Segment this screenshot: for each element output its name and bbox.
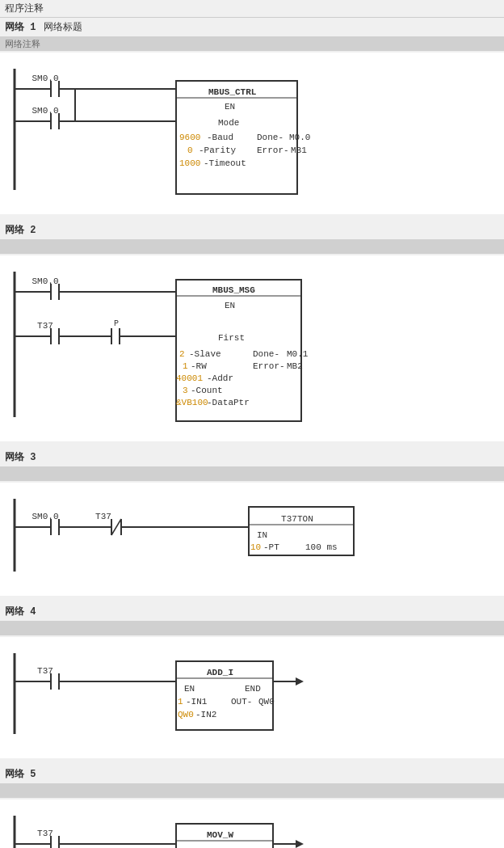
svg-text:MBUS_MSG: MBUS_MSG bbox=[212, 285, 255, 295]
svg-text:-Baud: -Baud bbox=[207, 133, 233, 142]
svg-text:-IN1: -IN1 bbox=[186, 697, 208, 707]
svg-text:1: 1 bbox=[183, 361, 188, 371]
svg-text:SM0.0: SM0.0 bbox=[32, 276, 58, 286]
svg-text:-DataPtr: -DataPtr bbox=[207, 398, 250, 407]
network-2-ladder: SM0.0 T37 P MBUS_MSG bbox=[0, 255, 504, 441]
network-5: 网络 5 T37 MOV_W EN END QW0 -IN OU bbox=[0, 765, 504, 848]
network-2-label: 网络 2 bbox=[5, 223, 36, 237]
svg-text:1000: 1000 bbox=[179, 158, 200, 168]
svg-text:Mode: Mode bbox=[218, 118, 239, 128]
svg-text:-Addr: -Addr bbox=[207, 373, 233, 383]
svg-text:First: First bbox=[218, 333, 245, 343]
network-2-svg: SM0.0 T37 P MBUS_MSG bbox=[6, 264, 498, 425]
separator-3-4 bbox=[0, 596, 504, 602]
network-1: 网络 1 网络标题 网络注释 SM0.0 SM0.0 bbox=[0, 18, 504, 214]
network-1-title: 网络标题 bbox=[44, 20, 82, 34]
network-3-header: 网络 3 bbox=[0, 448, 504, 466]
svg-text:40001: 40001 bbox=[176, 373, 203, 383]
svg-text:MB2: MB2 bbox=[287, 361, 303, 371]
svg-text:END: END bbox=[245, 684, 261, 694]
network-4-svg: T37 ADD_I EN END 1 -IN1 OUT- QW0 QW0 -IN… bbox=[6, 645, 498, 742]
network-1-ladder: SM0.0 SM0.0 MBUS_CTRL EN bbox=[0, 53, 504, 214]
network-5-svg: T37 MOV_W EN END QW0 -IN OUT- VW100 bbox=[6, 808, 498, 848]
svg-text:SM0.0: SM0.0 bbox=[32, 512, 58, 521]
network-4-comment bbox=[0, 621, 504, 635]
network-3: 网络 3 SM0.0 T37 T37 bbox=[0, 448, 504, 596]
svg-text:-Slave: -Slave bbox=[189, 349, 221, 359]
network-2-comment bbox=[0, 239, 504, 254]
network-3-comment bbox=[0, 466, 504, 481]
svg-text:Error-: Error- bbox=[253, 361, 285, 371]
network-4-label: 网络 4 bbox=[5, 605, 36, 618]
svg-text:-PT: -PT bbox=[263, 542, 279, 552]
svg-text:-Count: -Count bbox=[191, 386, 223, 395]
network-5-label: 网络 5 bbox=[5, 767, 36, 781]
program-comment: 程序注释 bbox=[0, 0, 504, 18]
svg-text:EN: EN bbox=[225, 301, 235, 310]
svg-text:2: 2 bbox=[179, 349, 185, 359]
svg-text:Done-: Done- bbox=[253, 349, 279, 359]
svg-text:-RW: -RW bbox=[191, 361, 207, 371]
network-2: 网络 2 SM0.0 T37 P bbox=[0, 221, 504, 441]
svg-marker-105 bbox=[296, 677, 304, 686]
network-4-header: 网络 4 bbox=[0, 602, 504, 621]
network-2-header: 网络 2 bbox=[0, 221, 504, 239]
network-3-ladder: SM0.0 T37 T37 TON IN 10 -P bbox=[0, 483, 504, 596]
network-5-comment bbox=[0, 783, 504, 798]
svg-marker-123 bbox=[296, 840, 304, 848]
svg-text:100 ms: 100 ms bbox=[305, 542, 338, 552]
svg-text:Error-: Error- bbox=[257, 146, 289, 155]
network-1-svg: SM0.0 SM0.0 MBUS_CTRL EN bbox=[6, 61, 498, 198]
svg-text:IN: IN bbox=[257, 530, 267, 540]
separator-1-2 bbox=[0, 214, 504, 221]
svg-text:10: 10 bbox=[250, 542, 261, 552]
svg-text:QW0: QW0 bbox=[178, 710, 194, 719]
network-5-header: 网络 5 bbox=[0, 765, 504, 783]
svg-text:3: 3 bbox=[183, 386, 188, 395]
network-1-header: 网络 1 网络标题 bbox=[0, 18, 504, 36]
svg-text:-Timeout: -Timeout bbox=[204, 158, 246, 168]
svg-text:SM0.0: SM0.0 bbox=[32, 106, 58, 116]
svg-text:MBUS_CTRL: MBUS_CTRL bbox=[208, 87, 257, 97]
network-3-svg: SM0.0 T37 T37 TON IN 10 -P bbox=[6, 491, 498, 580]
svg-text:T37: T37 bbox=[95, 512, 111, 521]
network-1-label: 网络 1 bbox=[5, 20, 36, 34]
svg-text:-Parity: -Parity bbox=[199, 146, 237, 155]
svg-text:&VB100: &VB100 bbox=[176, 398, 208, 407]
svg-line-75 bbox=[111, 519, 121, 535]
svg-text:1: 1 bbox=[178, 697, 183, 707]
network-4-ladder: T37 ADD_I EN END 1 -IN1 OUT- QW0 QW0 -IN… bbox=[0, 637, 504, 758]
svg-text:TON: TON bbox=[297, 514, 313, 524]
program-comment-text: 程序注释 bbox=[5, 3, 44, 15]
svg-text:M0.0: M0.0 bbox=[289, 133, 310, 142]
svg-text:OUT-: OUT- bbox=[231, 697, 252, 707]
svg-text:P: P bbox=[114, 319, 119, 328]
svg-text:M0.1: M0.1 bbox=[287, 349, 309, 359]
svg-text:ADD_I: ADD_I bbox=[207, 668, 233, 677]
separator-2-3 bbox=[0, 441, 504, 448]
network-1-comment: 网络注释 bbox=[0, 36, 504, 51]
svg-text:MB1: MB1 bbox=[291, 146, 307, 155]
svg-text:Done-: Done- bbox=[257, 133, 284, 142]
network-3-label: 网络 3 bbox=[5, 450, 36, 464]
svg-text:-IN2: -IN2 bbox=[195, 710, 216, 719]
svg-text:0: 0 bbox=[187, 146, 193, 155]
svg-text:MOV_W: MOV_W bbox=[207, 830, 233, 840]
network-5-ladder: T37 MOV_W EN END QW0 -IN OUT- VW100 bbox=[0, 799, 504, 848]
svg-text:EN: EN bbox=[225, 102, 235, 112]
svg-text:QW0: QW0 bbox=[258, 697, 275, 707]
svg-text:EN: EN bbox=[184, 684, 195, 694]
svg-text:9600: 9600 bbox=[179, 133, 200, 142]
svg-text:SM0.0: SM0.0 bbox=[32, 74, 58, 83]
svg-text:T37: T37 bbox=[281, 514, 297, 524]
separator-4-5 bbox=[0, 758, 504, 765]
network-4: 网络 4 T37 ADD_I EN END 1 -IN1 OUT bbox=[0, 602, 504, 758]
